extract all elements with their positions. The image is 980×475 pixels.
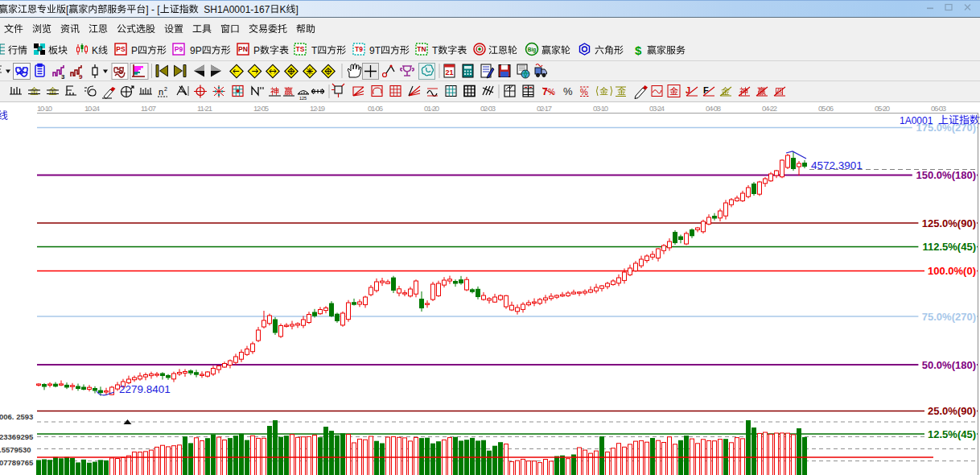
svg-text:TN: TN — [417, 45, 426, 53]
svg-text:PS: PS — [116, 45, 126, 53]
svg-text:006. 2593: 006. 2593 — [0, 412, 33, 421]
svg-text:TS: TS — [296, 45, 305, 53]
svg-text:02-17: 02-17 — [537, 104, 552, 113]
svg-text:112.5%(45): 112.5%(45) — [923, 241, 977, 253]
svg-text:12.5%(45): 12.5%(45) — [928, 428, 976, 440]
svg-text:01-06: 01-06 — [368, 104, 383, 113]
svg-text:01-20: 01-20 — [424, 104, 439, 113]
svg-text:[: [ — [66, 4, 69, 15]
svg-text:07789765: 07789765 — [0, 458, 34, 467]
svg-text:12-05: 12-05 — [253, 104, 269, 113]
svg-text:02-03: 02-03 — [480, 104, 496, 113]
svg-text:25.0%(90): 25.0%(90) — [928, 405, 976, 417]
svg-text:9P: 9P — [190, 45, 202, 56]
svg-text:K: K — [92, 45, 98, 56]
svg-text:04-08: 04-08 — [706, 104, 721, 113]
svg-text:06-03: 06-03 — [931, 104, 946, 113]
svg-text:T: T — [432, 45, 439, 56]
svg-text:P: P — [131, 45, 138, 56]
svg-text:SH1A0001-167: SH1A0001-167 — [204, 4, 270, 15]
svg-text:n: n — [159, 87, 163, 97]
svg-text:T: T — [311, 45, 318, 56]
svg-text:[: [ — [157, 4, 160, 15]
svg-text:10-10: 10-10 — [37, 104, 52, 113]
svg-text:1A0001: 1A0001 — [900, 115, 933, 126]
svg-text:10-24: 10-24 — [84, 104, 100, 113]
svg-text:04-22: 04-22 — [762, 104, 777, 113]
svg-text:11-21: 11-21 — [197, 104, 212, 113]
svg-text:05-20: 05-20 — [875, 104, 890, 113]
svg-text:.5579530: .5579530 — [0, 445, 31, 454]
svg-text:150.0%(180): 150.0%(180) — [916, 169, 976, 181]
svg-text:21: 21 — [445, 68, 453, 76]
svg-text:%: % — [548, 88, 555, 97]
svg-text:P: P — [253, 45, 260, 56]
svg-text:]: ] — [295, 4, 298, 15]
svg-text:K: K — [279, 4, 286, 15]
svg-text:4572.3901: 4572.3901 — [811, 159, 863, 171]
svg-text:05-06: 05-06 — [818, 104, 834, 113]
svg-text:]: ] — [146, 4, 148, 15]
svg-text:03-10: 03-10 — [593, 104, 608, 113]
svg-text:23369295: 23369295 — [0, 432, 34, 441]
svg-text:PN: PN — [238, 45, 248, 53]
svg-text:12-19: 12-19 — [310, 104, 325, 113]
svg-text:P9: P9 — [175, 45, 183, 53]
svg-text:100.0%(0): 100.0%(0) — [928, 265, 976, 277]
svg-text:%: % — [580, 87, 588, 97]
svg-text:3: 3 — [61, 73, 65, 81]
svg-text:T9: T9 — [355, 45, 363, 53]
svg-text:Big: Big — [528, 47, 537, 53]
svg-text:75.0%(270): 75.0%(270) — [922, 311, 976, 323]
svg-text:%: % — [563, 85, 573, 97]
svg-text:50.0%(180): 50.0%(180) — [922, 359, 976, 371]
svg-text:9T: 9T — [369, 45, 381, 56]
svg-text:9: 9 — [79, 73, 83, 81]
svg-text:11-07: 11-07 — [141, 104, 156, 113]
svg-text:125: 125 — [299, 96, 307, 101]
svg-text:125.0%(90): 125.0%(90) — [922, 217, 976, 229]
svg-text:03-24: 03-24 — [649, 104, 665, 113]
svg-text:-: - — [151, 4, 154, 15]
svg-text:2279.8401: 2279.8401 — [119, 383, 171, 395]
svg-text:2: 2 — [164, 86, 167, 92]
svg-text:$: $ — [635, 43, 642, 57]
